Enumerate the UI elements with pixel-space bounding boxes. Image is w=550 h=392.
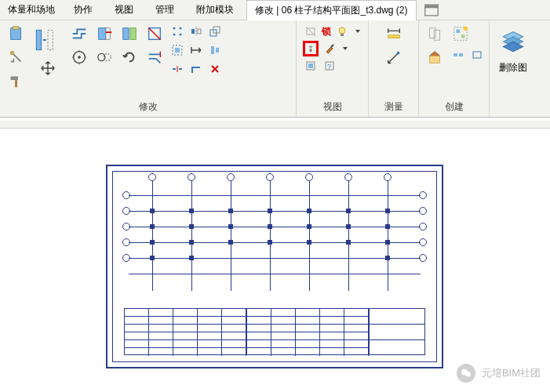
split-icon[interactable] <box>144 24 165 44</box>
svg-rect-31 <box>341 34 344 36</box>
delete-label: 删除图 <box>499 61 527 74</box>
rotate-icon[interactable] <box>119 47 140 67</box>
query-icon[interactable]: ? <box>322 58 337 74</box>
menu-bar: 体量和场地 协作 视图 管理 附加模块 修改 | 06 柱子结构平面图_t3.d… <box>0 0 550 20</box>
paint-icon[interactable] <box>322 41 337 56</box>
svg-rect-3 <box>13 27 18 30</box>
cut-icon[interactable] <box>94 24 115 44</box>
svg-rect-33 <box>308 64 313 68</box>
svg-point-19 <box>173 34 176 36</box>
delete-layers-icon[interactable] <box>497 24 530 56</box>
hammer-icon[interactable] <box>6 71 27 91</box>
svg-rect-42 <box>457 30 461 34</box>
scale-icon[interactable] <box>207 24 223 39</box>
link2-icon[interactable] <box>469 47 485 63</box>
create-similar-icon[interactable] <box>425 24 446 44</box>
svg-rect-21 <box>191 29 195 34</box>
dropdown-arrow-icon[interactable] <box>342 45 348 52</box>
panel-modify-label: 修改 <box>6 99 290 115</box>
menu-addins[interactable]: 附加模块 <box>185 0 245 20</box>
drawing-frame <box>112 171 437 362</box>
wechat-icon <box>457 364 475 383</box>
panel-measure: 测量 <box>369 20 419 117</box>
svg-rect-5 <box>11 77 18 81</box>
svg-rect-7 <box>36 30 41 49</box>
panel-modify: 修改 <box>0 20 297 117</box>
pin-icon[interactable] <box>303 41 319 56</box>
svg-point-4 <box>10 51 15 56</box>
svg-rect-38 <box>430 28 435 38</box>
extend-icon[interactable] <box>188 42 204 58</box>
bulb-icon[interactable] <box>334 24 350 39</box>
panel-measure-label: 测量 <box>375 99 412 115</box>
panel-view-label: 视图 <box>303 99 362 115</box>
svg-rect-46 <box>459 53 463 56</box>
menu-view[interactable]: 视图 <box>104 0 144 20</box>
drawing-border <box>106 165 443 368</box>
panel-delete: 删除图 <box>490 20 537 117</box>
cope-icon[interactable] <box>69 24 89 44</box>
svg-text:?: ? <box>327 63 331 71</box>
family-icon[interactable] <box>425 47 446 67</box>
menu-manage[interactable]: 管理 <box>144 0 185 20</box>
array-icon[interactable] <box>169 24 185 39</box>
join-icon[interactable] <box>119 24 140 44</box>
svg-rect-40 <box>430 56 440 63</box>
align-sm-icon[interactable] <box>207 42 223 58</box>
svg-rect-45 <box>453 53 457 56</box>
trim-icon[interactable] <box>144 47 165 67</box>
panel-create-label: 创建 <box>425 99 483 115</box>
svg-rect-43 <box>461 34 465 38</box>
panel-create: 创建 <box>419 20 490 117</box>
svg-rect-8 <box>48 30 53 49</box>
align-icon[interactable] <box>31 24 64 56</box>
corner-icon[interactable] <box>188 61 204 77</box>
menu-mass[interactable]: 体量和场地 <box>0 0 63 20</box>
hide-icon[interactable] <box>303 24 319 39</box>
svg-point-18 <box>180 27 182 30</box>
split2-icon[interactable] <box>169 61 185 77</box>
svg-point-30 <box>339 27 345 34</box>
mirror-icon[interactable] <box>188 24 204 39</box>
active-tab[interactable]: 修改 | 06 柱子结构平面图_t3.dwg (2) <box>246 0 417 20</box>
dimension-icon[interactable] <box>384 24 404 44</box>
link1-icon[interactable] <box>450 47 466 63</box>
svg-rect-27 <box>211 46 214 54</box>
title-block <box>124 308 425 355</box>
svg-rect-26 <box>175 48 180 53</box>
lock-label: 锁 <box>322 25 331 38</box>
panel-view: 锁 ? 视图 <box>297 20 369 117</box>
svg-rect-1 <box>424 5 438 8</box>
svg-rect-28 <box>216 48 219 53</box>
move-icon[interactable] <box>38 58 58 78</box>
svg-rect-11 <box>99 28 106 40</box>
svg-point-37 <box>396 52 399 55</box>
create-group-icon[interactable] <box>450 24 471 44</box>
dropdown-arrow-icon[interactable] <box>355 28 361 34</box>
svg-point-44 <box>464 27 468 31</box>
svg-rect-6 <box>15 80 17 87</box>
drawing-canvas[interactable] <box>0 132 550 392</box>
paste-icon[interactable] <box>6 24 27 44</box>
menu-collab[interactable]: 协作 <box>63 0 104 20</box>
group-icon[interactable] <box>169 42 185 58</box>
watermark-text: 元培BIM社团 <box>482 366 541 380</box>
svg-point-20 <box>180 34 182 36</box>
activate-icon[interactable] <box>303 58 319 74</box>
quick-access-sep <box>0 121 550 129</box>
svg-rect-14 <box>123 28 129 40</box>
svg-rect-15 <box>130 28 136 40</box>
tab-overflow-icon[interactable] <box>423 2 440 19</box>
delete-icon[interactable] <box>207 61 223 77</box>
measure-icon[interactable] <box>384 49 404 69</box>
svg-rect-47 <box>473 52 481 58</box>
offset-icon[interactable] <box>69 47 89 67</box>
svg-rect-39 <box>434 30 439 40</box>
watermark: 元培BIM社团 <box>457 364 541 383</box>
svg-point-10 <box>78 56 81 59</box>
svg-point-17 <box>173 27 176 30</box>
match-icon[interactable] <box>6 47 27 67</box>
ribbon: 修改 锁 ? 视图 测量 <box>0 20 550 118</box>
structural-grid <box>129 181 421 291</box>
copy-icon[interactable] <box>94 47 115 67</box>
